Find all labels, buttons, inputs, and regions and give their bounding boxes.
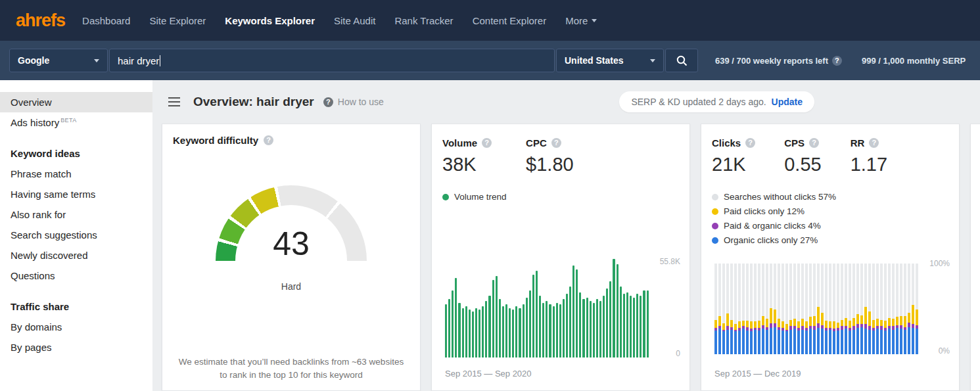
sidebar-item-overview[interactable]: Overview <box>0 92 152 112</box>
legend-label: Paid clicks only 12% <box>724 204 805 219</box>
cps-value: 0.55 <box>784 154 821 175</box>
beta-badge: BETA <box>60 117 76 124</box>
difficulty-gauge: 43 Hard <box>216 185 367 261</box>
page-title: Overview: hair dryer <box>193 95 314 109</box>
clicks-label: Clicks <box>712 137 741 149</box>
legend-dot <box>442 194 449 200</box>
weekly-reports-text: 639 / 700 weekly reports left <box>715 56 828 66</box>
legend-dot <box>712 194 718 200</box>
y-axis-min: 0 <box>676 349 680 358</box>
volume-label: Volume <box>442 137 477 149</box>
card-title: Keyword difficulty <box>173 135 409 146</box>
volume-trend-chart[interactable] <box>445 259 649 357</box>
keyword-difficulty-title: Keyword difficulty <box>173 135 258 146</box>
x-axis-range: Sep 2015 — Sep 2020 <box>445 369 532 379</box>
help-icon[interactable] <box>264 135 273 145</box>
update-notice-text: SERP & KD updated 2 days ago. <box>631 97 766 107</box>
sidebar-section-traffic-share: Traffic share <box>0 296 152 317</box>
sidebar-item-also-rank-for[interactable]: Also rank for <box>0 204 152 225</box>
volume-legend: Volume trend <box>442 190 679 204</box>
clicks-legend: Searches without clicks 57% Paid clicks … <box>712 190 948 248</box>
next-card-partial <box>970 124 980 391</box>
nav-more-label: More <box>565 15 588 26</box>
nav-site-explorer[interactable]: Site Explorer <box>149 15 206 26</box>
nav-more[interactable]: More <box>565 15 597 26</box>
help-icon[interactable] <box>482 138 492 148</box>
metric-label: Volume <box>442 137 492 149</box>
help-icon[interactable] <box>809 138 819 148</box>
clicks-breakdown-chart[interactable] <box>714 264 918 354</box>
sidebar-item-by-pages[interactable]: By pages <box>0 337 152 357</box>
sidebar-item-questions[interactable]: Questions <box>0 265 152 286</box>
top-nav-bar: ahrefs Dashboard Site Explorer Keywords … <box>0 0 980 41</box>
search-button[interactable] <box>665 49 698 72</box>
chevron-down-icon <box>592 19 597 22</box>
y-axis-max: 55.8K <box>660 257 680 266</box>
help-icon <box>323 97 333 107</box>
sidebar-item-search-suggestions[interactable]: Search suggestions <box>0 225 152 245</box>
rr-value: 1.17 <box>851 154 887 175</box>
search-icon <box>676 55 688 66</box>
legend-dot <box>712 223 718 229</box>
update-link[interactable]: Update <box>772 97 803 107</box>
nav-rank-tracker[interactable]: Rank Tracker <box>394 15 453 26</box>
cards-row: Keyword difficulty 43 Hard We estimate t… <box>152 124 980 391</box>
sidebar-item-ads-history[interactable]: Ads historyBETA <box>0 112 152 133</box>
how-to-use-link[interactable]: How to use <box>323 97 384 107</box>
legend-item: Paid & organic clicks 4% <box>712 219 948 233</box>
y-axis-max: 100% <box>929 259 950 268</box>
keyword-search-input[interactable]: hair dryer <box>109 49 555 72</box>
monthly-serp-quota: 999 / 1,000 monthly SERP <box>862 56 966 66</box>
sidebar-section-keyword-ideas: Keyword ideas <box>0 143 152 164</box>
nav-site-audit[interactable]: Site Audit <box>334 15 375 26</box>
legend-item: Searches without clicks 57% <box>712 190 948 204</box>
nav-keywords-explorer[interactable]: Keywords Explorer <box>225 15 315 26</box>
nav-content-explorer[interactable]: Content Explorer <box>473 15 547 26</box>
chevron-down-icon <box>94 59 99 62</box>
volume-value: 38K <box>442 154 492 175</box>
ahrefs-logo[interactable]: ahrefs <box>16 11 65 31</box>
metric-volume: Volume 38K <box>442 137 492 175</box>
cpc-label: CPC <box>526 137 547 149</box>
metric-clicks: Clicks 21K <box>712 137 755 175</box>
sidebar-item-having-same-terms[interactable]: Having same terms <box>0 184 152 204</box>
legend-item: Paid clicks only 12% <box>712 204 948 219</box>
sidebar-item-phrase-match[interactable]: Phrase match <box>0 164 152 184</box>
sidebar-item-label: Ads history <box>11 117 59 128</box>
help-icon[interactable] <box>745 138 755 148</box>
difficulty-note: We estimate that you’ll need backlinks f… <box>178 356 404 382</box>
search-engine-select[interactable]: Google <box>9 49 108 72</box>
serp-update-notice: SERP & KD updated 2 days ago. Update <box>619 91 814 112</box>
menu-icon[interactable] <box>168 101 180 103</box>
x-axis-range: Sep 2015 — Dec 2019 <box>714 369 801 379</box>
metric-label: CPC <box>526 137 574 149</box>
legend-item: Volume trend <box>442 190 679 204</box>
legend-label: Volume trend <box>454 190 507 204</box>
metric-label: CPS <box>784 137 821 149</box>
legend-dot <box>712 208 718 215</box>
difficulty-label: Hard <box>216 281 367 292</box>
weekly-reports-quota: 639 / 700 weekly reports left <box>715 56 842 66</box>
legend-dot <box>712 237 718 244</box>
search-toolbar: Google hair dryer United States 639 / 70… <box>0 41 980 80</box>
metric-label: Clicks <box>712 137 755 149</box>
sidebar-item-newly-discovered[interactable]: Newly discovered <box>0 245 152 265</box>
rr-label: RR <box>851 137 865 149</box>
sidebar-item-by-domains[interactable]: By domains <box>0 317 152 337</box>
volume-metrics: Volume 38K CPC $1.80 <box>442 137 679 175</box>
difficulty-score: 43 <box>216 225 367 263</box>
metric-label: RR <box>851 137 887 149</box>
metric-rr: RR 1.17 <box>851 137 887 175</box>
text-cursor <box>160 55 160 66</box>
y-axis-min: 0% <box>939 346 950 356</box>
main-content: Overview: hair dryer How to use SERP & K… <box>152 80 980 391</box>
help-icon[interactable] <box>832 56 842 66</box>
help-icon[interactable] <box>551 138 561 148</box>
sidebar: Overview Ads historyBETA Keyword ideas P… <box>0 80 152 391</box>
nav-dashboard[interactable]: Dashboard <box>82 15 130 26</box>
cps-label: CPS <box>784 137 805 149</box>
help-icon[interactable] <box>869 138 879 148</box>
country-select[interactable]: United States <box>556 49 664 72</box>
keyword-difficulty-card: Keyword difficulty 43 Hard We estimate t… <box>162 124 421 391</box>
page-header: Overview: hair dryer How to use SERP & K… <box>152 80 980 124</box>
